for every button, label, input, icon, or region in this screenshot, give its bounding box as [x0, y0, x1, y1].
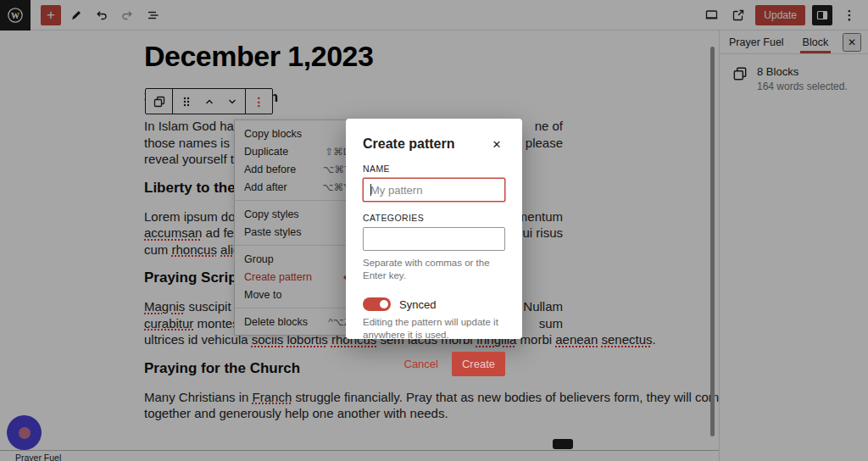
close-modal-icon[interactable]: ✕	[488, 136, 505, 153]
create-button[interactable]: Create	[452, 352, 505, 376]
cancel-button[interactable]: Cancel	[404, 358, 438, 370]
categories-help-text: Separate with commas or the Enter key.	[363, 257, 505, 282]
create-pattern-modal: Create pattern ✕ NAME CATEGORIES Separat…	[346, 119, 522, 339]
synced-label: Synced	[399, 298, 436, 311]
toggle-knob	[380, 300, 388, 308]
pattern-name-input[interactable]	[363, 178, 505, 202]
pattern-categories-input[interactable]	[363, 227, 505, 251]
text-cursor	[370, 184, 371, 196]
wordpress-editor: December 1,2023 30 Ways for MuslimIn Isl…	[0, 0, 868, 461]
synced-toggle[interactable]	[363, 297, 391, 311]
modal-title: Create pattern	[363, 136, 454, 152]
name-field-label: NAME	[363, 164, 505, 174]
synced-help-text: Editing the pattern will update it anywh…	[363, 316, 505, 342]
categories-field-label: CATEGORIES	[363, 213, 505, 223]
